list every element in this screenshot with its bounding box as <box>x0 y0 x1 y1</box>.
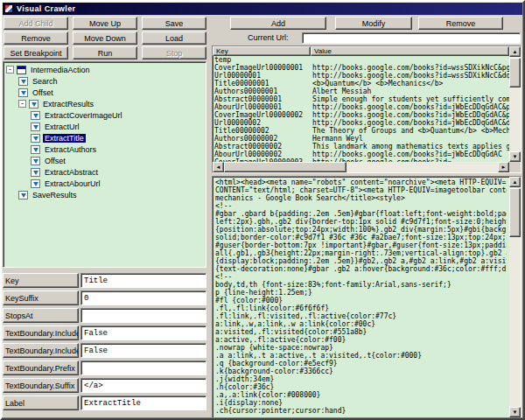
table-hscroll-thumb[interactable] <box>224 162 346 172</box>
column-header-key[interactable]: Key <box>213 46 311 56</box>
source-vscroll-thumb[interactable] <box>509 188 521 237</box>
tree-item-offset[interactable]: Offset <box>4 87 206 98</box>
tree-expander-icon[interactable]: - <box>18 100 26 108</box>
load-button[interactable]: Load <box>142 32 206 45</box>
table-cell-value: http://books.google.com/books?id=jWbEcDD… <box>311 119 509 127</box>
table-cell-key: AbourUrl00000001 <box>213 103 311 111</box>
table-cell-key: AbourUrl00000002 <box>213 150 311 158</box>
save-button[interactable]: Save <box>142 17 206 30</box>
tree-item-extracttitle[interactable]: ExtractTitle <box>4 132 206 144</box>
source-line: .fl:link,.fl:visited,.fl:active{color:#7… <box>215 312 507 320</box>
table-cell-value: http://books.google.com/books?id=wssSDXi… <box>311 64 509 72</box>
scroll-up-icon[interactable]: ▲ <box>509 177 521 187</box>
tree-view[interactable]: -IntermediaActionSearchOffset-ExtractRes… <box>3 61 206 268</box>
property-value-input[interactable]: False <box>80 326 206 340</box>
table-row[interactable]: Url00000002http://books.google.com/books… <box>213 119 509 127</box>
table-cell-value: http://books.google.com/books?id=jWbEcDD… <box>311 111 509 119</box>
property-value-input[interactable]: Title <box>80 273 206 288</box>
tree-item-offset[interactable]: Offset <box>4 155 206 166</box>
scroll-down-icon[interactable]: ▼ <box>509 407 521 417</box>
tree-item-extractabstract[interactable]: ExtractAbstract <box>4 166 206 178</box>
source-line: {display:block;padding:.2em .5em}}#gb2,.… <box>215 257 507 265</box>
tree-item-extractresults[interactable]: -ExtractResults <box>4 98 206 109</box>
property-value-input[interactable]: ExtractTitle <box>80 396 206 410</box>
run-button[interactable]: Run <box>73 46 137 60</box>
source-line: .k{background-color:#3366cc} <box>215 368 507 375</box>
window-title: Visual Crawler <box>17 4 75 13</box>
table-row[interactable]: AbourUrl00000001http://books.google.com/… <box>213 103 509 111</box>
table-row[interactable]: Authors00000001Albert Messiah <box>213 88 509 95</box>
table-cell-value: http://books.google.com/books?id=jWbEcDD… <box>311 103 509 111</box>
source-line: .q {background-color:#e5ecf9} <box>215 360 507 368</box>
source-line: a:visited,.fl:visited{color:#551a8b} <box>215 328 507 336</box>
scroll-left-icon[interactable]: ◄ <box>213 162 224 172</box>
modify-button[interactable]: Modify <box>335 17 412 30</box>
action-icon <box>18 77 28 86</box>
table-row[interactable]: temp <box>213 56 509 64</box>
property-value-input[interactable] <box>80 360 206 375</box>
table-row[interactable]: Title00000001<b>Quantum</b> <b>Mechanics… <box>213 80 509 88</box>
table-row[interactable]: AbourUrl00000002http://books.google.com/… <box>213 150 509 158</box>
table-row[interactable]: CoverImageUrl00000001http://books.google… <box>213 64 509 72</box>
table-row[interactable]: Abstract00000001Simple enough for studen… <box>213 95 509 103</box>
add-child-button[interactable]: Add Child <box>4 17 68 30</box>
table-row[interactable]: Title00000002The Theory of Groups and <b… <box>213 127 509 135</box>
tree-item-extractaboururl[interactable]: ExtractAbourUrl <box>4 178 206 189</box>
scroll-down-icon[interactable]: ▼ <box>509 151 521 162</box>
source-line: .i{display:none} <box>215 399 507 407</box>
current-url-input[interactable] <box>302 32 521 44</box>
property-value-input[interactable] <box>80 308 206 323</box>
property-row: TextBoundary.Prefix <box>3 360 206 375</box>
tree-item-extractcoverimageurl[interactable]: ExtractCoverImageUrl <box>4 109 206 121</box>
source-line: {position:absolute;top:24px;width:100%}.… <box>215 226 507 234</box>
table-vscroll-thumb[interactable] <box>509 58 521 88</box>
column-header-value[interactable]: Value <box>311 46 509 56</box>
tree-expander-icon[interactable]: - <box>6 66 14 74</box>
source-line: body,td,th {font-size:83%;font-family:Ar… <box>215 281 507 289</box>
tree-item-search[interactable]: Search <box>4 75 206 87</box>
table-row[interactable]: CoverImageUrl00000002http://books.google… <box>213 111 509 119</box>
property-value-input[interactable]: </a> <box>80 378 206 393</box>
table-cell-value: Hermann Weyl <box>311 135 509 143</box>
property-value-input[interactable]: 0 <box>80 290 206 305</box>
tree-item-saveresults[interactable]: SaveResults <box>4 189 206 200</box>
remove-button[interactable]: Remove <box>4 32 68 45</box>
stop-button[interactable]: Stop <box>142 46 206 60</box>
tree-item-extracturl[interactable]: ExtractUrl <box>4 121 206 132</box>
table-cell-value: This landmark among mathematics texts ap… <box>311 143 509 150</box>
add-button[interactable]: Add <box>230 17 326 30</box>
source-vscrollbar[interactable]: ▲ ▼ <box>509 177 521 417</box>
table-row[interactable]: Authors00000002Hermann Weyl <box>213 135 509 143</box>
source-line: a:active,.fl:active{color:#f00} <box>215 336 507 344</box>
property-label: Key <box>3 273 79 288</box>
table-row[interactable]: Abstract00000002This landmark among math… <box>213 143 509 150</box>
property-row: StopsAt <box>3 308 206 323</box>
move-up-button[interactable]: Move Up <box>73 17 137 30</box>
table-row[interactable]: Url00000001http://books.google.com/books… <box>213 72 509 80</box>
tree-item-label: Offset <box>43 157 67 165</box>
source-line: #guser{border-bottom:7px !important}#gba… <box>215 242 507 249</box>
property-label: Label <box>3 396 79 410</box>
remove-entry-button[interactable]: Remove <box>418 17 503 30</box>
table-cell-key: Title00000001 <box>213 80 311 88</box>
scroll-right-icon[interactable]: ► <box>498 162 509 172</box>
property-value-input[interactable]: False <box>80 343 206 358</box>
scrollbar-corner <box>509 162 521 172</box>
source-view-content: <html><head><meta name="robots" content=… <box>215 178 507 416</box>
table-cell-key: CoverImageUrl00000002 <box>213 111 311 119</box>
property-label: StopsAt <box>3 308 79 323</box>
scroll-up-icon[interactable]: ▲ <box>509 46 521 57</box>
titlebar: Visual Crawler <box>2 2 523 15</box>
tree-item-intermediaaction[interactable]: -IntermediaAction <box>4 64 206 75</box>
table-header: Key Value <box>213 46 509 56</box>
set-breakpoint-button[interactable]: Set Breakpoint <box>4 46 68 60</box>
tree-item-label: Offset <box>31 88 55 97</box>
table-vscrollbar[interactable]: ▲ ▼ <box>509 46 521 162</box>
table-hscrollbar[interactable]: ◄ ► <box>213 162 509 172</box>
tree-item-extractauthors[interactable]: ExtractAuthors <box>4 144 206 155</box>
source-view[interactable]: <html><head><meta name="robots" content=… <box>212 176 522 418</box>
table-cell-key: CoverImageUrl00000001 <box>213 64 311 72</box>
property-row: KeyTitle <box>3 273 206 288</box>
source-line: .j{width:34em} <box>215 375 507 383</box>
move-down-button[interactable]: Move Down <box>73 32 137 45</box>
